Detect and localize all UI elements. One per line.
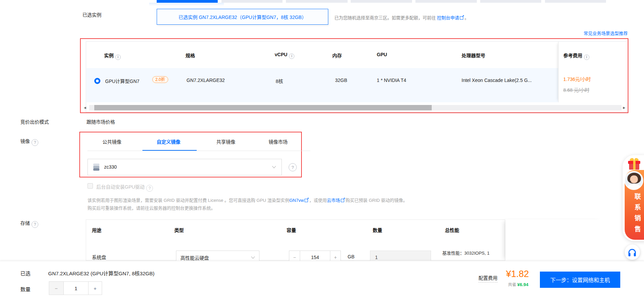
next-step-button[interactable]: 下一步：设置网络和主机 bbox=[540, 272, 620, 288]
col-header-type: 类型 bbox=[174, 227, 184, 233]
tab-shared-image[interactable]: 共享镜像 bbox=[216, 138, 235, 145]
help-icon[interactable]: ? bbox=[146, 185, 153, 192]
footer-quantity-label: 数量 bbox=[20, 285, 31, 293]
price-column: 参考费用i 1.736元/小时 8.68 元/小时 bbox=[558, 42, 627, 102]
spot-mode-value: 跟随市场价格 bbox=[86, 118, 115, 125]
instance-table: 实例i 规格 vCPUi 内存 GPU 处理器型号 GPU计算型GN7 2.0折… bbox=[86, 41, 627, 112]
discount-badge: 2.0折 bbox=[152, 76, 168, 83]
console-apply-link[interactable]: 控制台申请 bbox=[437, 15, 459, 20]
help-icon[interactable]: ? bbox=[32, 139, 38, 146]
save-line: 共省 ¥6.94 bbox=[508, 281, 528, 287]
cell-gpu: 1 * NVIDIA T4 bbox=[377, 78, 406, 83]
tab-public-image[interactable]: 公共镜像 bbox=[102, 138, 121, 145]
zone-note-text: 已为您随机选择至南京三区。如需更多配额，可前往 bbox=[334, 15, 437, 20]
col-header-quantity: 数量 bbox=[373, 227, 382, 233]
desc-text: 购买已预装 GRID 驱动的镜像。 bbox=[346, 198, 408, 203]
quantity-minus-button[interactable]: − bbox=[49, 281, 64, 295]
cell-instance-name[interactable]: GPU计算型GN7 bbox=[105, 78, 139, 84]
scroll-left-icon[interactable]: ◀ bbox=[84, 106, 86, 109]
footer-selected-value: GN7.2XLARGE32 (GPU计算型GN7, 8核32GB) bbox=[48, 270, 154, 277]
image-help-icon[interactable]: ? bbox=[289, 163, 297, 171]
col-header-capacity: 容量 bbox=[287, 227, 296, 233]
tab-divider bbox=[87, 151, 310, 151]
image-label: 镜像? bbox=[20, 137, 38, 146]
storage-table: 用途 类型 容量 数量 总性能 系统盘 高性能云硬盘 − 154 + GB 1 … bbox=[86, 219, 505, 261]
desc-text: ，或使用 bbox=[309, 198, 327, 203]
col-header-memory: 内存 bbox=[332, 52, 342, 59]
selected-instance-label: 已选实例 bbox=[82, 11, 101, 18]
disk-quantity-value: 1 bbox=[375, 255, 378, 260]
col-header-vcpu: vCPUi bbox=[275, 52, 294, 59]
gpu-driver-desc-line2: 购买后可重装操作系统，请前往云服务器的控制台更换操作系统。 bbox=[87, 205, 215, 211]
col-header-instance: 实例i bbox=[104, 52, 121, 60]
scenario-recommend-link[interactable]: 常见业务场景选型推荐 bbox=[584, 30, 628, 36]
col-header-performance: 总性能 bbox=[445, 227, 459, 233]
col-header-price: 参考费用i bbox=[563, 52, 589, 60]
horizontal-scrollbar[interactable] bbox=[89, 105, 622, 110]
cost-label: 配置费用 bbox=[479, 274, 497, 282]
info-icon[interactable]: i bbox=[289, 54, 294, 59]
top-tab[interactable] bbox=[415, 0, 477, 3]
selected-instance-text: 已选实例 GN7.2XLARGE32（GPU计算型GN7，8核 32GB） bbox=[178, 14, 306, 20]
zone-note: 已为您随机选择至南京三区。如需更多配额，可前往 控制台申请↗。 bbox=[334, 14, 469, 21]
sales-avatar[interactable] bbox=[624, 171, 643, 190]
col-header-processor: 处理器型号 bbox=[462, 52, 485, 59]
gpu-driver-desc-line1: 该实例若用于图形渲染场景，需要安装 GRID 驱动并配置付费 License 。… bbox=[87, 197, 408, 203]
selected-instance-box[interactable]: 已选实例 GN7.2XLARGE32（GPU计算型GN7，8核 32GB） bbox=[157, 9, 328, 25]
external-link-icon: ↗ bbox=[460, 16, 464, 20]
disk-type-value: 高性能云硬盘 bbox=[180, 254, 209, 261]
storage-pinned-column bbox=[505, 219, 604, 261]
info-icon[interactable]: i bbox=[115, 55, 121, 60]
top-tab[interactable] bbox=[480, 0, 541, 3]
storage-label: 存储? bbox=[20, 219, 38, 228]
external-link-icon: ↗ bbox=[341, 198, 345, 202]
chevron-down-icon bbox=[251, 255, 255, 258]
discount-price: 1.736元/小时 bbox=[563, 76, 591, 82]
top-tab[interactable] bbox=[221, 0, 282, 3]
top-tab[interactable] bbox=[286, 0, 348, 3]
cell-performance: 基准性能：3032IOPS, 1 bbox=[442, 250, 489, 256]
purchase-page: 已选实例 已选实例 GN7.2XLARGE32（GPU计算型GN7，8核 32G… bbox=[0, 0, 644, 299]
gpu-driver-label: 后台自动安装GPU驱动? bbox=[96, 183, 153, 192]
save-amount: ¥6.94 bbox=[517, 282, 528, 287]
top-tab[interactable] bbox=[545, 0, 606, 3]
scrollbar-thumb[interactable] bbox=[94, 105, 432, 110]
quantity-stepper: − 1 + bbox=[49, 281, 102, 295]
gift-icon[interactable] bbox=[628, 158, 640, 170]
tab-image-market[interactable]: 镜像市场 bbox=[269, 138, 288, 145]
cell-disk-purpose: 系统盘 bbox=[92, 254, 106, 260]
scroll-right-icon[interactable]: ▶ bbox=[623, 106, 625, 109]
help-icon[interactable]: ? bbox=[32, 221, 38, 228]
footer-selected-label: 已选 bbox=[20, 270, 31, 277]
footer-bar: 已选 GN7.2XLARGE32 (GPU计算型GN7, 8核32GB) 数量 … bbox=[0, 261, 644, 299]
active-tab-glow bbox=[149, 3, 224, 6]
image-select-dropdown[interactable]: zc330 bbox=[87, 159, 282, 175]
market-link[interactable]: 云市场 bbox=[327, 198, 340, 203]
gn7vw-link[interactable]: GN7vw bbox=[289, 198, 304, 203]
support-button[interactable] bbox=[625, 244, 640, 260]
original-price: 8.68 元/小时 bbox=[563, 86, 589, 93]
quantity-plus-button[interactable]: + bbox=[88, 281, 102, 295]
cost-value: ¥1.82 bbox=[506, 269, 529, 279]
contact-sales-text[interactable]: 联系销售 bbox=[626, 193, 642, 236]
tab-custom-image[interactable]: 自定义镜像 bbox=[157, 138, 180, 145]
cell-vcpu: 8核 bbox=[276, 78, 283, 84]
instance-radio-selected[interactable] bbox=[94, 78, 100, 84]
spot-mode-label: 竞价出价模式 bbox=[20, 118, 49, 125]
instance-row-highlight bbox=[86, 68, 558, 102]
external-link-icon: ↗ bbox=[305, 198, 309, 202]
cell-spec: GN7.2XLARGE32 bbox=[187, 78, 225, 83]
capacity-unit: GB bbox=[348, 254, 354, 259]
headset-icon bbox=[628, 249, 636, 253]
col-header-purpose: 用途 bbox=[92, 227, 101, 233]
info-icon[interactable]: i bbox=[584, 55, 589, 60]
top-tab[interactable] bbox=[351, 0, 412, 3]
save-label: 共省 bbox=[508, 282, 517, 287]
gpu-driver-checkbox[interactable] bbox=[87, 183, 93, 189]
col-header-spec: 规格 bbox=[186, 52, 195, 59]
cell-memory: 32GB bbox=[335, 78, 347, 83]
zone-note-period: 。 bbox=[465, 15, 469, 20]
top-tab-active[interactable] bbox=[157, 0, 218, 3]
image-panel: 公共镜像 自定义镜像 共享镜像 镜像市场 zc330 ? bbox=[79, 132, 313, 177]
quantity-input[interactable]: 1 bbox=[63, 281, 89, 295]
